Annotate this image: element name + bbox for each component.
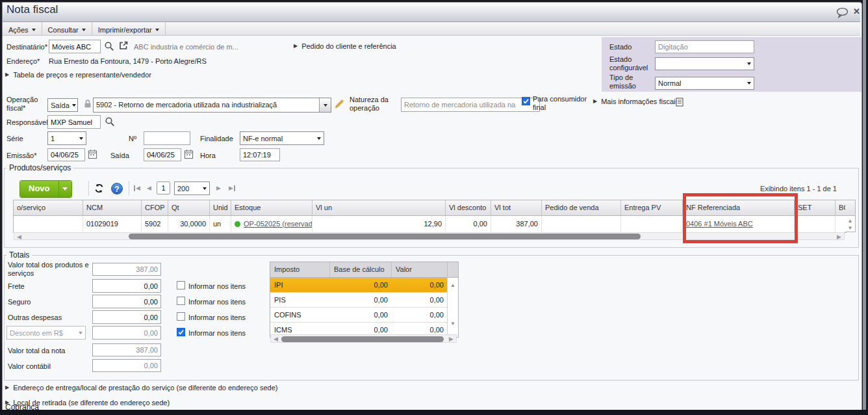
column-header[interactable]: Vl desconto <box>446 200 491 215</box>
column-header[interactable]: BO <box>836 200 846 215</box>
pagination-prev-button[interactable]: ◀ <box>147 185 151 191</box>
outras-despesas-informar-checkbox[interactable] <box>177 312 185 321</box>
column-header[interactable]: Estoque <box>231 200 313 215</box>
impostos-vertical-scrollbar[interactable]: ▲ ▼ <box>447 278 458 335</box>
frete-input[interactable] <box>92 279 161 293</box>
lock-icon <box>83 99 92 109</box>
pagination-last-button[interactable]: ▶ <box>229 185 235 191</box>
finalidade-select[interactable]: NF-e normal <box>240 131 324 145</box>
bar-icon <box>234 185 235 191</box>
cell-ncm: 01029019 <box>83 216 142 232</box>
page-input[interactable] <box>157 181 170 194</box>
calendar-icon[interactable] <box>88 149 97 159</box>
scroll-up-icon[interactable]: ▲ <box>845 217 855 224</box>
impostos-horizontal-scrollbar[interactable]: ◀ ▶ <box>270 334 457 343</box>
endereco-entrega-link[interactable]: ▶ Endereço de entrega/local de prestação… <box>5 384 277 392</box>
novo-button-label[interactable]: Novo <box>20 181 58 197</box>
table-vertical-scrollbar[interactable]: ▲ ▼ <box>845 200 856 232</box>
serie-label: Série <box>6 135 23 143</box>
mais-informacoes-fiscais-link[interactable]: ▶ Mais informações fiscais <box>593 98 679 105</box>
menu-item-imprimir-exportar[interactable]: Imprimir/exportar <box>92 22 166 35</box>
frete-label: Frete <box>8 282 25 291</box>
estado-label: Estado <box>609 43 632 51</box>
scroll-right-icon[interactable]: ▶ <box>449 336 453 342</box>
scroll-down-icon[interactable]: ▼ <box>845 224 855 232</box>
estado-configuravel-select[interactable] <box>655 57 754 70</box>
scroll-up-icon[interactable]: ▲ <box>448 282 458 289</box>
comment-icon[interactable] <box>836 7 849 18</box>
column-header: Valor <box>392 262 448 277</box>
chevron-down-icon <box>32 29 36 31</box>
column-header[interactable]: o/serviço <box>14 200 83 215</box>
estoque-link[interactable]: OP-052025 (reservad... <box>244 220 313 228</box>
page-size-select[interactable]: 200 <box>174 181 210 195</box>
column-header[interactable]: Pedido de venda <box>542 200 621 215</box>
menu-item-acoes[interactable]: Ações <box>3 22 42 35</box>
edit-pencil-icon[interactable] <box>334 98 345 109</box>
window-edge-right <box>863 0 866 415</box>
responsavel-input[interactable] <box>47 115 101 129</box>
document-icon[interactable] <box>676 98 683 107</box>
column-header[interactable]: SET <box>795 200 836 215</box>
pagination-next-button[interactable]: ▶ <box>216 185 221 191</box>
informar-itens-label: Informar nos itens <box>188 329 246 338</box>
endereco-label: Endereço* <box>6 57 40 66</box>
close-icon[interactable]: ✕ <box>853 7 860 16</box>
column-header[interactable]: CFOP <box>142 200 168 215</box>
table-row[interactable]: PIS 0,00 0,00 <box>270 293 458 308</box>
column-header[interactable]: Qt <box>168 200 210 215</box>
column-header[interactable]: Vl tot <box>491 200 542 215</box>
desconto-informar-checkbox[interactable] <box>177 328 185 336</box>
seguro-informar-checkbox[interactable] <box>177 297 185 305</box>
impostos-table: Imposto Base de cálculo Valor IPI 0,00 0… <box>270 261 459 338</box>
refresh-icon[interactable] <box>94 183 105 194</box>
hora-input[interactable] <box>240 148 280 161</box>
column-header[interactable]: Entrega PV <box>621 200 683 215</box>
seguro-label: Seguro <box>8 298 31 306</box>
table-row[interactable]: IPI 0,00 0,00 <box>270 278 458 293</box>
destinatario-input[interactable] <box>49 40 101 53</box>
help-icon[interactable]: ? <box>111 183 123 194</box>
outras-despesas-input[interactable] <box>92 310 161 324</box>
emissao-date-input[interactable] <box>47 148 85 161</box>
column-header[interactable]: Unid <box>210 200 231 215</box>
table-row[interactable]: COFINS 0,00 0,00 <box>270 308 458 323</box>
left-arrow-icon: ◀ <box>136 185 140 191</box>
pagination-first-button[interactable]: ◀ <box>134 185 140 191</box>
menu-item-label: Ações <box>8 26 29 34</box>
numero-input[interactable] <box>144 131 190 145</box>
valor-contabil-label: Valor contábil <box>8 362 51 371</box>
scroll-left-icon[interactable]: ◀ <box>274 336 278 342</box>
scrollbar-thumb[interactable] <box>129 234 641 239</box>
saida-date-input[interactable] <box>144 148 181 161</box>
tipo-emissao-select[interactable]: Normal <box>655 77 754 90</box>
novo-button[interactable]: Novo <box>19 180 72 198</box>
novo-dropdown-arrow[interactable] <box>58 181 71 197</box>
operacao-cfop-select[interactable]: 5902 - Retorno de mercadoria utilizada n… <box>93 98 331 113</box>
combo-dropdown-button[interactable] <box>319 98 331 112</box>
scroll-down-icon[interactable]: ▼ <box>448 320 458 327</box>
column-header[interactable]: Vl un <box>313 200 446 215</box>
scroll-left-icon[interactable]: ◀ <box>17 234 21 240</box>
cell-valor: 0,00 <box>392 293 448 307</box>
scroll-right-icon[interactable]: ▶ <box>837 234 841 240</box>
left-arrow-icon: ◀ <box>147 185 151 191</box>
outras-despesas-label: Outras despesas <box>8 314 62 322</box>
consumidor-final-label: Para consumidor final <box>533 95 591 112</box>
calendar-icon[interactable] <box>184 149 194 159</box>
consumidor-final-checkbox[interactable] <box>522 97 530 105</box>
frete-informar-checkbox[interactable] <box>177 281 185 289</box>
column-header[interactable]: NCM <box>83 200 142 215</box>
operacao-tipo-select[interactable]: Saída <box>47 98 78 112</box>
search-icon[interactable] <box>104 41 114 51</box>
scrollbar-thumb[interactable] <box>281 336 444 342</box>
scrollbar-header-cap <box>448 262 458 277</box>
external-link-icon[interactable] <box>118 40 129 51</box>
search-icon[interactable] <box>105 116 115 127</box>
serie-select[interactable]: 1 <box>47 131 86 145</box>
pedido-cliente-link[interactable]: ▶ Pedido do cliente e referência <box>294 42 396 50</box>
seguro-input[interactable] <box>92 295 161 308</box>
menu-item-consultar[interactable]: Consultar <box>42 22 92 35</box>
tabela-precos-link[interactable]: ▶ Tabela de preços e representante/vende… <box>5 71 151 79</box>
right-arrow-icon: ▶ <box>229 185 233 191</box>
